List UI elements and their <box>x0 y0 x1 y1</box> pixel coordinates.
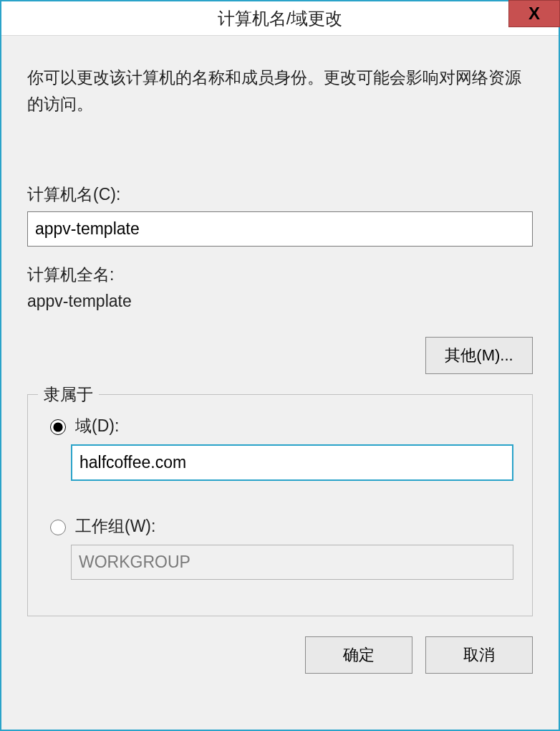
full-name-label: 计算机全名: <box>27 264 533 286</box>
dialog-window: 计算机名/域更改 X 你可以更改该计算机的名称和成员身份。更改可能会影响对网络资… <box>0 0 560 731</box>
dialog-buttons: 确定 取消 <box>27 636 533 674</box>
workgroup-radio[interactable] <box>50 520 66 535</box>
domain-radio-row[interactable]: 域(D): <box>47 415 513 437</box>
workgroup-radio-row[interactable]: 工作组(W): <box>47 515 513 538</box>
domain-radio-label: 域(D): <box>75 415 119 437</box>
description-text: 你可以更改该计算机的名称和成员身份。更改可能会影响对网络资源的访问。 <box>27 64 533 118</box>
ok-button[interactable]: 确定 <box>305 636 412 674</box>
domain-radio[interactable] <box>50 419 66 435</box>
member-of-group: 隶属于 域(D): 工作组(W): <box>27 394 533 616</box>
content-area: 你可以更改该计算机的名称和成员身份。更改可能会影响对网络资源的访问。 计算机名(… <box>1 36 559 688</box>
close-button[interactable]: X <box>508 0 560 27</box>
full-name-value: appv-template <box>27 292 533 311</box>
more-button[interactable]: 其他(M)... <box>425 337 533 374</box>
close-icon: X <box>528 4 540 24</box>
workgroup-radio-label: 工作组(W): <box>75 515 155 538</box>
computer-name-input[interactable] <box>27 211 533 247</box>
cancel-button[interactable]: 取消 <box>425 636 533 674</box>
domain-input[interactable] <box>71 444 513 481</box>
computer-name-label: 计算机名(C): <box>27 183 533 206</box>
member-of-legend: 隶属于 <box>38 383 99 406</box>
titlebar: 计算机名/域更改 X <box>1 1 559 36</box>
window-title: 计算机名/域更改 <box>218 7 343 30</box>
workgroup-input <box>71 545 513 580</box>
